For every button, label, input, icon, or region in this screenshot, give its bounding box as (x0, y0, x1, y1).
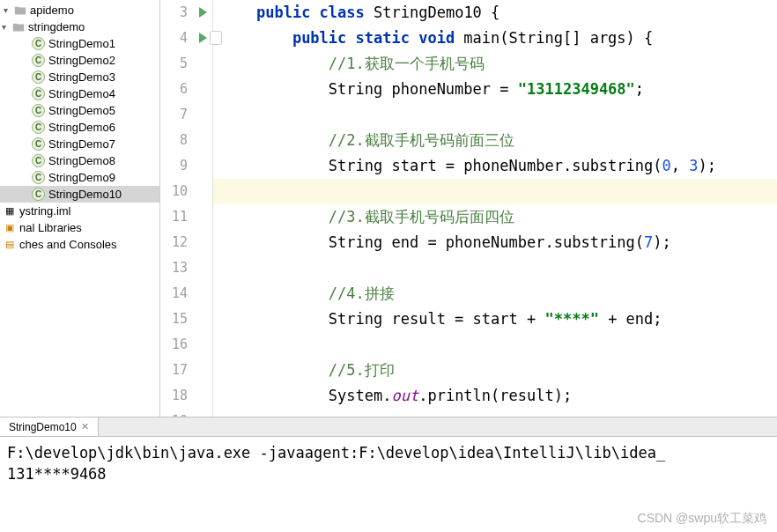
code-line-4[interactable]: public static void main(String[] args) { (213, 26, 777, 51)
tree-class-label: StringDemo8 (48, 154, 115, 167)
tree-class-StringDemo7[interactable]: CStringDemo7 (0, 136, 159, 152)
tree-extra-lib[interactable]: ▣nal Libraries (0, 219, 159, 236)
gutter-line-17[interactable]: 17 (160, 358, 212, 383)
class-icon: C (32, 137, 45, 151)
tree-extra-iml[interactable]: ▦ystring.iml (0, 203, 159, 219)
main-area: ▾apidemo▾stringdemoCStringDemo1CStringDe… (0, 0, 777, 417)
tree-class-label: StringDemo4 (48, 87, 115, 100)
scratch-icon: ▤ (4, 239, 16, 251)
class-icon: C (32, 37, 45, 50)
tree-class-StringDemo3[interactable]: CStringDemo3 (0, 69, 159, 85)
class-icon: C (32, 104, 45, 117)
code-editor[interactable]: 345678910111213141516171819 public class… (160, 0, 777, 417)
console-tab-label: StringDemo10 (9, 421, 77, 433)
gutter-line-8[interactable]: 8 (160, 128, 212, 153)
gutter-line-9[interactable]: 9 (160, 153, 212, 179)
gutter-line-16[interactable]: 16 (160, 332, 212, 358)
module-icon: ▦ (4, 205, 16, 218)
run-icon[interactable] (199, 33, 207, 43)
tree-extra-label: ystring.iml (19, 204, 71, 218)
tree-folder-apidemo[interactable]: ▾apidemo (0, 2, 159, 18)
class-icon: C (32, 188, 45, 201)
tree-class-label: StringDemo6 (48, 121, 115, 134)
gutter-line-3[interactable]: 3 (160, 0, 212, 26)
tree-class-StringDemo2[interactable]: CStringDemo2 (0, 52, 159, 69)
class-icon: C (32, 54, 45, 67)
code-line-16[interactable] (213, 332, 777, 358)
gutter-line-19[interactable]: 19 (160, 409, 212, 417)
gutter-line-15[interactable]: 15 (160, 307, 212, 332)
tree-class-label: StringDemo3 (48, 70, 115, 84)
gutter-line-4[interactable]: 4 (160, 26, 212, 51)
tree-extra-label: nal Libraries (19, 221, 82, 234)
tree-class-StringDemo9[interactable]: CStringDemo9 (0, 169, 159, 186)
gutter-line-13[interactable]: 13 (160, 255, 212, 281)
gutter-line-7[interactable]: 7 (160, 102, 212, 128)
tree-folder-label: stringdemo (28, 20, 85, 33)
code-area[interactable]: public class StringDemo10 { public stati… (213, 0, 777, 417)
tree-class-label: StringDemo1 (48, 37, 115, 50)
gutter-line-6[interactable]: 6 (160, 77, 212, 102)
code-line-8[interactable]: //2.截取手机号码前面三位 (213, 128, 777, 153)
tree-class-StringDemo5[interactable]: CStringDemo5 (0, 102, 159, 119)
class-icon: C (32, 121, 45, 134)
code-line-11[interactable]: //3.截取手机号码后面四位 (213, 204, 777, 230)
code-line-18[interactable]: System.out.println(result); (213, 383, 777, 409)
library-icon: ▣ (4, 222, 16, 234)
gutter-line-12[interactable]: 12 (160, 230, 212, 255)
tree-class-StringDemo8[interactable]: CStringDemo8 (0, 152, 159, 169)
code-line-17[interactable]: //5.打印 (213, 358, 777, 383)
editor-gutter: 345678910111213141516171819 (160, 0, 213, 417)
class-icon: C (32, 87, 45, 100)
tree-class-StringDemo4[interactable]: CStringDemo4 (0, 85, 159, 102)
code-line-14[interactable]: //4.拼接 (213, 281, 777, 307)
code-line-13[interactable] (213, 255, 777, 281)
code-line-9[interactable]: String start = phoneNumber.substring(0, … (213, 153, 777, 179)
gutter-line-14[interactable]: 14 (160, 281, 212, 307)
tree-class-label: StringDemo2 (48, 54, 115, 67)
tree-folder-stringdemo[interactable]: ▾stringdemo (0, 18, 159, 35)
code-line-3[interactable]: public class StringDemo10 { (213, 0, 777, 26)
gutter-line-11[interactable]: 11 (160, 204, 212, 230)
console-line-1: F:\develop\jdk\bin\java.exe -javaagent:F… (7, 444, 665, 462)
tree-class-label: StringDemo10 (48, 188, 122, 201)
code-line-7[interactable] (213, 102, 777, 128)
code-line-15[interactable]: String result = start + "****" + end; (213, 307, 777, 332)
folder-icon (14, 4, 26, 17)
tree-class-StringDemo10[interactable]: CStringDemo10 (0, 186, 159, 203)
console-panel: StringDemo10 ✕ F:\develop\jdk\bin\java.e… (0, 417, 777, 532)
tree-class-label: StringDemo9 (48, 171, 115, 184)
tree-class-StringDemo6[interactable]: CStringDemo6 (0, 119, 159, 136)
gutter-line-10[interactable]: 10 (160, 179, 212, 204)
tree-class-label: StringDemo7 (48, 137, 115, 151)
folder-icon (12, 21, 25, 33)
method-separator-icon (210, 31, 222, 45)
class-icon: C (32, 154, 45, 167)
class-icon: C (32, 70, 45, 84)
code-line-6[interactable]: String phoneNumber = "13112349468"; (213, 77, 777, 102)
console-tab-run[interactable]: StringDemo10 ✕ (0, 417, 99, 436)
run-icon[interactable] (199, 7, 207, 18)
watermark: CSDN @swpu软工菜鸡 (638, 507, 766, 528)
code-line-12[interactable]: String end = phoneNumber.substring(7); (213, 230, 777, 255)
project-sidebar[interactable]: ▾apidemo▾stringdemoCStringDemo1CStringDe… (0, 0, 160, 417)
tree-class-label: StringDemo5 (48, 104, 115, 117)
console-line-2: 131****9468 (7, 465, 107, 483)
console-tabs: StringDemo10 ✕ (0, 417, 777, 437)
tree-extra-scratch[interactable]: ▤ches and Consoles (0, 236, 159, 253)
code-line-5[interactable]: //1.获取一个手机号码 (213, 51, 777, 77)
gutter-line-18[interactable]: 18 (160, 383, 212, 409)
code-line-19[interactable] (213, 409, 777, 417)
chevron-down-icon[interactable]: ▾ (2, 22, 12, 32)
close-icon[interactable]: ✕ (81, 421, 89, 432)
class-icon: C (32, 171, 45, 184)
console-output[interactable]: F:\develop\jdk\bin\java.exe -javaagent:F… (0, 437, 777, 532)
tree-class-StringDemo1[interactable]: CStringDemo1 (0, 35, 159, 52)
tree-folder-label: apidemo (30, 4, 74, 17)
gutter-line-5[interactable]: 5 (160, 51, 212, 77)
chevron-down-icon[interactable]: ▾ (4, 5, 14, 15)
code-line-10[interactable] (213, 179, 777, 204)
tree-extra-label: ches and Consoles (19, 238, 117, 251)
